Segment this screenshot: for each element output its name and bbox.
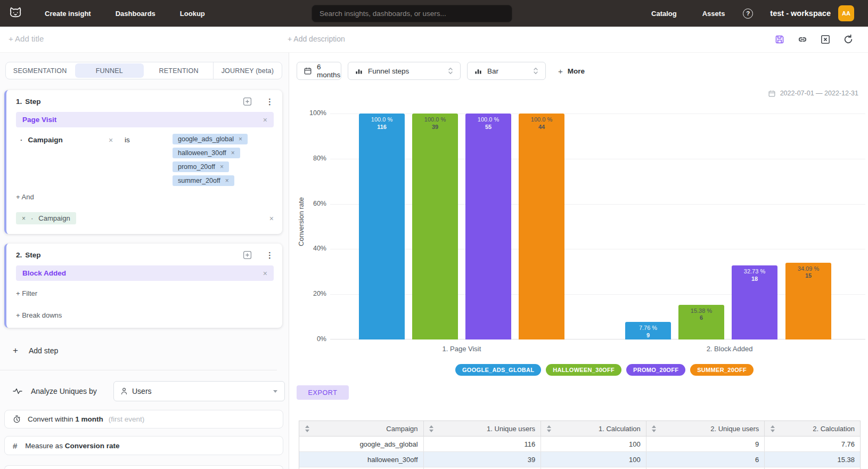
add-step-button[interactable]: + Add step xyxy=(13,345,58,356)
step-menu-icon[interactable]: ⋮ xyxy=(266,99,274,104)
active-date-range[interactable]: 2022-07-01 — 2022-12-31 xyxy=(768,90,858,97)
funnel-bar[interactable]: 100.0 % 116 xyxy=(359,114,405,339)
remove-event-icon[interactable]: × xyxy=(263,269,267,278)
cell-calculation-2: 15.38 xyxy=(765,452,860,467)
duplicate-step-icon[interactable] xyxy=(243,250,252,260)
column-header-unique-users-2[interactable]: 2. Unique users xyxy=(646,421,765,436)
x-axis-category-label: 1. Page Visit xyxy=(443,345,481,353)
display-mode-select[interactable]: Funnel steps xyxy=(348,62,461,80)
nav-create-insight[interactable]: Create insight xyxy=(45,10,91,18)
remove-filter-icon[interactable]: × xyxy=(109,134,125,144)
nav-dashboards[interactable]: Dashboards xyxy=(116,10,155,18)
cell-campaign: google_ads_global xyxy=(299,436,424,451)
funnel-bar[interactable]: 100.0 % 44 xyxy=(519,114,564,339)
measure-as-text: Measure as Conversion rate xyxy=(25,442,119,450)
copy-link-icon[interactable] xyxy=(797,34,808,45)
step-2-event-select[interactable]: Block Added × xyxy=(16,265,274,281)
column-header-campaign[interactable]: Campaign xyxy=(299,421,424,436)
navbar-right: Catalog Assets ? test - workspace AA xyxy=(651,5,854,21)
measure-as-setting[interactable]: # Measure as Conversion rate xyxy=(4,436,283,455)
funnel-bar[interactable]: 15.38 % 6 xyxy=(678,305,724,339)
workspace-switcher[interactable]: test - workspace xyxy=(770,9,831,18)
funnel-bar[interactable]: 100.0 % 39 xyxy=(412,114,458,339)
filter-property[interactable]: ·Campaign xyxy=(16,134,109,144)
help-icon[interactable]: ? xyxy=(743,9,753,19)
cell-calculation-1: 100 xyxy=(541,452,646,467)
duplicate-step-icon[interactable] xyxy=(243,97,252,106)
funnel-bar[interactable]: 34.09 % 15 xyxy=(785,263,831,340)
add-filter-link[interactable]: + Filter xyxy=(16,289,274,297)
bar-pct-label: 34.09 % xyxy=(785,265,831,273)
step-1-event-select[interactable]: Page Visit × xyxy=(16,112,274,127)
tab-journey[interactable]: JOURNEY (beta) xyxy=(213,62,282,79)
filter-value-chip[interactable]: summer_20off × xyxy=(173,175,234,186)
more-options-button[interactable]: + More xyxy=(558,67,585,76)
filter-value-label: summer_20off xyxy=(178,177,220,184)
legend-chip[interactable]: PROMO_20OFF xyxy=(626,364,685,376)
tab-funnel[interactable]: FUNNEL xyxy=(75,63,143,78)
export-button[interactable]: EXPORT xyxy=(297,385,349,400)
nav-assets[interactable]: Assets xyxy=(702,10,725,18)
filter-value-chip[interactable]: promo_20off × xyxy=(173,161,229,172)
convert-within-setting[interactable]: Convert within 1 month (first event) xyxy=(4,410,283,428)
add-title-field[interactable]: + Add title xyxy=(9,34,44,43)
filter-value-chip[interactable]: halloween_30off × xyxy=(173,148,240,158)
collapsed-setting-card[interactable] xyxy=(4,465,283,469)
sort-icon[interactable] xyxy=(652,425,657,432)
funnel-bar[interactable]: 7.76 % 9 xyxy=(625,322,671,339)
tab-retention[interactable]: RETENTION xyxy=(145,62,213,79)
legend-chip[interactable]: SUMMER_20OFF xyxy=(690,364,754,376)
nav-lookup[interactable]: Lookup xyxy=(180,10,205,18)
add-breakdowns-link[interactable]: + Break downs xyxy=(16,311,274,319)
funnel-bar-plot: 100.0 % 116 100.0 % 39 100.0 % 55 100.0 … xyxy=(330,114,865,339)
bar-pct-label: 100.0 % xyxy=(519,116,564,124)
avatar[interactable]: AA xyxy=(838,5,854,21)
column-header-calculation-1[interactable]: 1. Calculation xyxy=(541,421,646,436)
legend-chip[interactable]: GOOGLE_ADS_GLOBAL xyxy=(455,364,541,376)
column-header-unique-users-1[interactable]: 1. Unique users xyxy=(424,421,542,436)
nav-catalog[interactable]: Catalog xyxy=(651,10,677,18)
sort-icon[interactable] xyxy=(770,425,775,432)
refresh-icon[interactable] xyxy=(843,34,854,45)
funnel-bar[interactable]: 32.73 % 18 xyxy=(732,265,777,339)
remove-value-icon[interactable]: × xyxy=(225,177,229,184)
search-input[interactable] xyxy=(312,5,512,22)
step-2-header: 2. Step ⋮ xyxy=(16,250,274,260)
remove-value-icon[interactable]: × xyxy=(239,135,242,143)
step-1-title: Step xyxy=(25,98,40,106)
remove-event-icon[interactable]: × xyxy=(263,116,267,124)
results-table: Campaign 1. Unique users 1. Calculation … xyxy=(299,421,861,469)
remove-value-icon[interactable]: × xyxy=(220,163,224,171)
chart-type-select[interactable]: Bar xyxy=(467,62,546,80)
filter-operator[interactable]: is xyxy=(125,134,165,144)
remove-breakdown-icon[interactable]: × xyxy=(22,215,26,222)
chevron-updown-icon xyxy=(448,67,453,75)
add-and-condition[interactable]: + And xyxy=(16,193,274,201)
cat-logo-icon[interactable] xyxy=(7,5,23,21)
remove-breakdown-row-icon[interactable]: × xyxy=(269,214,274,223)
chevron-updown-icon xyxy=(533,67,538,75)
bar-count-label: 44 xyxy=(519,124,564,131)
panel-divider xyxy=(0,370,277,370)
save-icon[interactable] xyxy=(774,34,785,45)
breakdown-chip[interactable]: × · Campaign xyxy=(16,212,76,224)
add-description-field[interactable]: + Add description xyxy=(288,35,345,43)
date-range-button[interactable]: 6 months xyxy=(297,62,341,80)
sort-icon[interactable] xyxy=(305,425,309,432)
funnel-bar[interactable]: 100.0 % 55 xyxy=(465,114,511,339)
bar-count-label: 15 xyxy=(785,272,831,280)
tab-segmentation[interactable]: SEGMENTATION xyxy=(6,62,74,79)
sort-icon[interactable] xyxy=(546,425,551,432)
analyze-entity-select[interactable]: Users xyxy=(113,381,285,401)
legend-chip[interactable]: HALLOWEEN_30OFF xyxy=(546,364,621,376)
column-header-calculation-2[interactable]: 2. Calculation xyxy=(765,421,860,436)
remove-value-icon[interactable]: × xyxy=(231,149,235,157)
date-range-text: 2022-07-01 — 2022-12-31 xyxy=(780,90,858,97)
sort-icon[interactable] xyxy=(429,425,434,432)
column-label: 1. Unique users xyxy=(487,425,535,433)
close-square-icon[interactable] xyxy=(820,34,831,45)
filter-property-label: Campaign xyxy=(28,136,63,144)
step-menu-icon[interactable]: ⋮ xyxy=(266,253,274,258)
calendar-icon xyxy=(304,67,312,75)
filter-value-chip[interactable]: google_ads_global × xyxy=(173,134,248,144)
